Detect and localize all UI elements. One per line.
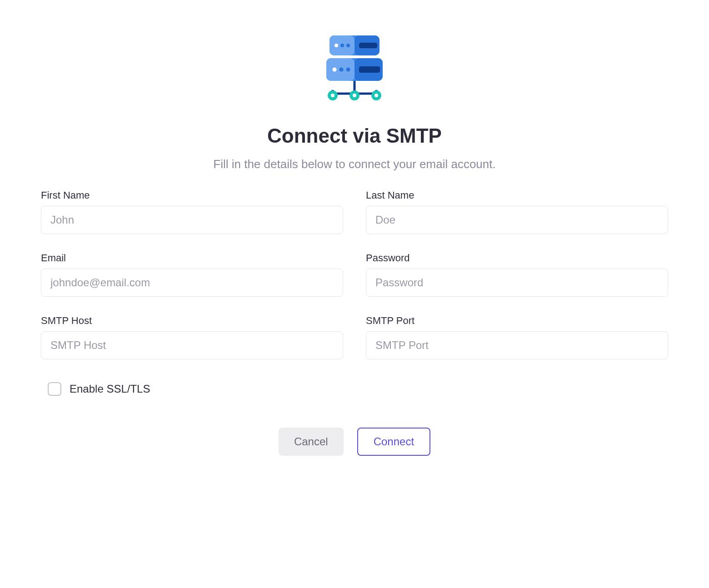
svg-rect-6 — [359, 43, 377, 48]
ssl-checkbox-row: Enable SSL/TLS — [41, 382, 668, 396]
email-field-group: Email — [41, 252, 343, 297]
first-name-input[interactable] — [41, 206, 343, 234]
page-title: Connect via SMTP — [267, 125, 442, 147]
smtp-port-input[interactable] — [366, 331, 668, 359]
last-name-field-group: Last Name — [366, 189, 668, 234]
svg-point-21 — [353, 94, 356, 97]
button-row: Cancel Connect — [41, 428, 668, 456]
smtp-port-label: SMTP Port — [366, 315, 668, 327]
password-label: Password — [366, 252, 668, 264]
svg-point-5 — [346, 44, 350, 47]
last-name-label: Last Name — [366, 189, 668, 201]
server-icon — [318, 32, 391, 111]
page-subtitle: Fill in the details below to connect you… — [213, 157, 495, 171]
svg-point-4 — [340, 44, 344, 47]
svg-rect-13 — [359, 66, 380, 73]
svg-point-12 — [346, 68, 350, 72]
smtp-port-field-group: SMTP Port — [366, 315, 668, 359]
email-label: Email — [41, 252, 343, 264]
smtp-host-field-group: SMTP Host — [41, 315, 343, 359]
cancel-button[interactable]: Cancel — [279, 428, 344, 456]
password-field-group: Password — [366, 252, 668, 297]
first-name-field-group: First Name — [41, 189, 343, 234]
svg-point-10 — [333, 68, 337, 72]
svg-point-3 — [335, 44, 338, 47]
svg-point-19 — [331, 94, 335, 97]
connect-button[interactable]: Connect — [357, 428, 430, 456]
last-name-input[interactable] — [366, 206, 668, 234]
svg-point-11 — [340, 68, 344, 72]
email-input[interactable] — [41, 269, 343, 297]
password-input[interactable] — [366, 269, 668, 297]
svg-point-23 — [374, 94, 378, 97]
smtp-host-label: SMTP Host — [41, 315, 343, 327]
ssl-checkbox[interactable] — [48, 382, 61, 396]
ssl-checkbox-label: Enable SSL/TLS — [70, 383, 150, 395]
smtp-form: First Name Last Name Email Password SMTP… — [41, 189, 668, 359]
smtp-host-input[interactable] — [41, 331, 343, 359]
first-name-label: First Name — [41, 189, 343, 201]
